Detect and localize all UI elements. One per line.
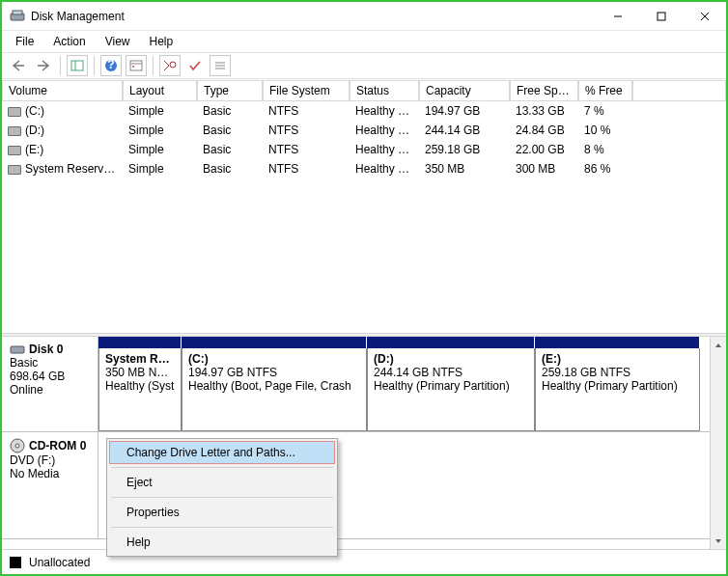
partition[interactable]: System Rese350 MB NTFSHealthy (Syst: [98, 348, 182, 431]
checkmark-icon[interactable]: [184, 55, 206, 76]
disk-management-window: Disk Management File Action View Help ? …: [0, 0, 728, 576]
minimize-button[interactable]: [596, 2, 639, 30]
menu-help[interactable]: Help: [109, 531, 335, 554]
scroll-up-icon[interactable]: [711, 337, 726, 353]
menu-help[interactable]: Help: [142, 33, 182, 50]
disk-icon: [10, 343, 25, 355]
legend-unallocated-swatch: [10, 557, 21, 568]
toolbar: ?: [2, 52, 726, 79]
svg-point-19: [15, 444, 19, 448]
help-button[interactable]: ?: [100, 55, 122, 76]
toolbar-divider: [153, 56, 154, 75]
settings-button[interactable]: [126, 55, 147, 76]
cd-icon: [10, 438, 25, 453]
window-title: Disk Management: [31, 10, 596, 23]
app-icon: [10, 9, 25, 24]
col-spacer: [632, 80, 726, 101]
disk-0-label[interactable]: Disk 0 Basic 698.64 GB Online: [2, 337, 98, 431]
svg-rect-6: [71, 61, 83, 70]
svg-point-13: [170, 62, 176, 68]
action-button[interactable]: [159, 55, 181, 76]
menu-action[interactable]: Action: [45, 33, 93, 50]
menu-separator: [111, 467, 333, 468]
maximize-button[interactable]: [639, 2, 683, 30]
volume-grid-header: Volume Layout Type File System Status Ca…: [2, 79, 726, 101]
svg-rect-12: [132, 66, 134, 68]
cdrom-0-name: CD-ROM 0: [29, 439, 86, 453]
forward-button[interactable]: [33, 55, 54, 76]
cdrom-0-label[interactable]: CD-ROM 0 DVD (F:) No Media: [2, 432, 98, 538]
col-status[interactable]: Status: [350, 80, 419, 101]
cdrom-0-media: No Media: [10, 467, 92, 480]
toolbar-divider: [60, 56, 61, 75]
svg-rect-1: [13, 11, 22, 14]
svg-rect-17: [11, 346, 24, 353]
disk-0-kind: Basic: [10, 356, 92, 370]
disk-0-state: Online: [10, 383, 92, 397]
volume-grid: (C:)SimpleBasicNTFSHealthy (B...194.97 G…: [2, 101, 726, 333]
menu-separator: [111, 527, 333, 528]
partition[interactable]: (E:)259.18 GB NTFSHealthy (Primary Parti…: [535, 348, 700, 431]
col-filesystem[interactable]: File System: [263, 80, 350, 101]
svg-rect-3: [658, 13, 665, 20]
menu-eject[interactable]: Eject: [109, 471, 335, 494]
context-menu: Change Drive Letter and Paths... Eject P…: [106, 438, 338, 557]
volume-icon: [8, 165, 21, 175]
col-capacity[interactable]: Capacity: [419, 80, 510, 101]
volume-icon: [8, 107, 21, 117]
back-button[interactable]: [8, 55, 29, 76]
volume-icon: [8, 126, 21, 136]
volume-row[interactable]: (C:)SimpleBasicNTFSHealthy (B...194.97 G…: [2, 101, 726, 121]
svg-rect-10: [130, 61, 142, 70]
titlebar[interactable]: Disk Management: [2, 2, 726, 31]
menu-properties[interactable]: Properties: [109, 501, 335, 524]
toolbar-divider: [94, 56, 95, 75]
menu-view[interactable]: View: [98, 33, 138, 50]
disk-0-row[interactable]: Disk 0 Basic 698.64 GB Online System Res…: [2, 337, 710, 432]
disk-0-size: 698.64 GB: [10, 370, 92, 383]
col-free[interactable]: Free Spa...: [510, 80, 578, 101]
menubar: File Action View Help: [2, 31, 726, 52]
disk-0-name: Disk 0: [29, 343, 63, 356]
scroll-down-icon[interactable]: [711, 533, 726, 549]
show-hide-tree-button[interactable]: [67, 55, 88, 76]
partition[interactable]: (C:)194.97 GB NTFSHealthy (Boot, Page Fi…: [182, 348, 367, 431]
partition[interactable]: (D:)244.14 GB NTFSHealthy (Primary Parti…: [367, 348, 535, 431]
menu-change-drive-letter[interactable]: Change Drive Letter and Paths...: [109, 441, 335, 464]
vertical-scrollbar[interactable]: [710, 337, 726, 549]
col-volume[interactable]: Volume: [2, 80, 123, 101]
col-type[interactable]: Type: [197, 80, 263, 101]
close-button[interactable]: [683, 2, 726, 30]
menu-separator: [111, 497, 333, 498]
legend-unallocated-label: Unallocated: [29, 556, 90, 569]
cdrom-0-type: DVD (F:): [10, 453, 92, 467]
volume-row[interactable]: (D:)SimpleBasicNTFSHealthy (P...244.14 G…: [2, 121, 726, 140]
svg-text:?: ?: [107, 59, 114, 71]
menu-file[interactable]: File: [8, 33, 42, 50]
volume-icon: [8, 146, 21, 155]
volume-row[interactable]: (E:)SimpleBasicNTFSHealthy (P...259.18 G…: [2, 140, 726, 159]
volume-row[interactable]: System ReservedSimpleBasicNTFSHealthy (S…: [2, 159, 726, 178]
col-layout[interactable]: Layout: [123, 80, 197, 101]
col-pctfree[interactable]: % Free: [578, 80, 632, 101]
list-button[interactable]: [210, 55, 231, 76]
